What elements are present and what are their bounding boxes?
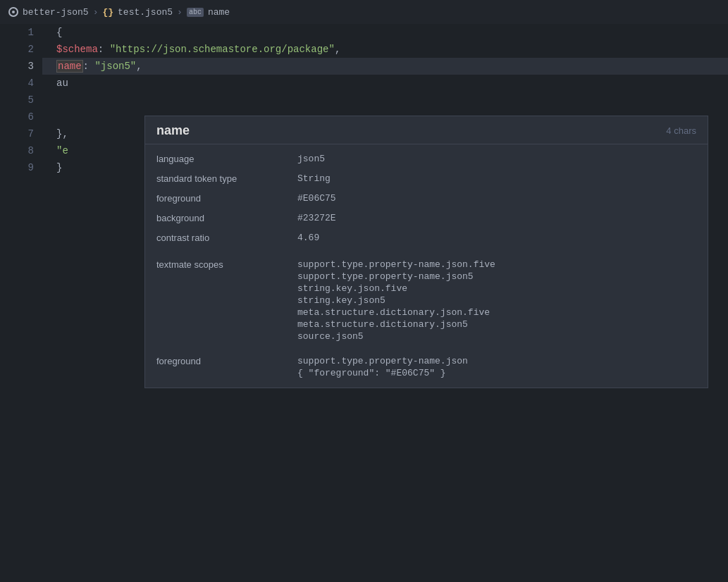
- file-icon: [8, 7, 18, 17]
- scope-3: string.key.json.five: [297, 283, 495, 294]
- line-number-5: 5: [0, 92, 34, 109]
- scope-1: support.type.property-name.json.five: [297, 259, 495, 270]
- tooltip-label-token-type: standard token type: [156, 173, 297, 184]
- tooltip-row-foreground: foreground #E06C75: [145, 190, 708, 209]
- code-area: { $schema: "https://json.schemastore.org…: [42, 24, 728, 582]
- line-number-1: 1: [0, 24, 34, 41]
- scope-2: support.type.property-name.json5: [297, 271, 495, 282]
- code-token: ,: [335, 44, 340, 55]
- tooltip-value-token-type: String: [297, 173, 331, 184]
- code-token: au: [56, 78, 68, 89]
- code-token: :: [83, 61, 95, 72]
- line-number-7: 7: [0, 125, 34, 142]
- code-line-5: [42, 92, 728, 109]
- tooltip-label-contrast: contrast ratio: [156, 233, 297, 243]
- tooltip-label-textmate: textmate scopes: [156, 259, 297, 270]
- tooltip-body: language json5 standard token type Strin…: [145, 144, 708, 388]
- tooltip-row-contrast: contrast ratio 4.69: [145, 229, 708, 249]
- code-token: $schema: [56, 44, 98, 55]
- editor-area: 1 2 3 4 5 6 7 8 9 { $schema: "https://js…: [0, 24, 728, 582]
- abc-icon: abc: [187, 8, 204, 17]
- tooltip-value-foreground: #E06C75: [297, 193, 336, 204]
- tooltip-value-language: json5: [297, 154, 325, 164]
- code-line-2: $schema: "https://json.schemastore.org/p…: [42, 41, 728, 58]
- code-line-4: au: [42, 75, 728, 92]
- scope-5: meta.structure.dictionary.json.five: [297, 307, 495, 318]
- breadcrumb-extension: better-json5: [23, 7, 89, 18]
- tooltip-row-language: language json5: [145, 150, 708, 170]
- tooltip-row-token-type: standard token type String: [145, 170, 708, 190]
- tooltip-value-textmate: support.type.property-name.json.five sup…: [297, 259, 495, 342]
- code-token: },: [56, 128, 68, 140]
- tooltip-header: name 4 chars: [145, 116, 708, 144]
- code-token: "json5": [94, 61, 136, 72]
- tooltip-label-background: background: [156, 213, 297, 223]
- curly-icon: {}: [102, 7, 113, 18]
- code-line-3: name: "json5",: [42, 58, 728, 75]
- code-token: "https://json.schemastore.org/package": [110, 44, 335, 55]
- line-numbers: 1 2 3 4 5 6 7 8 9: [0, 24, 42, 582]
- line-number-6: 6: [0, 109, 34, 125]
- foreground-scope: support.type.property-name.json: [297, 356, 468, 366]
- tooltip-label-language: language: [156, 154, 297, 164]
- tooltip-chars: 4 chars: [666, 125, 696, 136]
- tooltip-title: name: [156, 123, 190, 138]
- breadcrumb-bar: better-json5 › {} test.json5 › abc name: [0, 0, 728, 24]
- tooltip-panel: name 4 chars language json5 standard tok…: [144, 116, 708, 388]
- tooltip-row-foreground2: foreground support.type.property-name.js…: [145, 352, 708, 382]
- line-number-9: 9: [0, 159, 34, 176]
- tooltip-spacer-1: [145, 249, 708, 256]
- line-number-4: 4: [0, 75, 34, 92]
- code-token-name: name: [56, 60, 83, 73]
- tooltip-row-textmate: textmate scopes support.type.property-na…: [145, 256, 708, 345]
- code-token: }: [56, 162, 62, 173]
- scope-4: string.key.json5: [297, 295, 495, 306]
- line-number-2: 2: [0, 41, 34, 58]
- tooltip-label-foreground: foreground: [156, 193, 297, 204]
- line-number-8: 8: [0, 142, 34, 159]
- tooltip-value-background: #23272E: [297, 213, 336, 223]
- breadcrumb-sep-1: ›: [93, 7, 99, 18]
- code-token: "e: [56, 145, 68, 156]
- tooltip-label-foreground2: foreground: [156, 356, 297, 366]
- tooltip-value-foreground2: support.type.property-name.json { "foreg…: [297, 356, 468, 378]
- scope-7: source.json5: [297, 331, 495, 342]
- code-token: ,: [136, 61, 142, 72]
- breadcrumb-symbol: name: [208, 7, 230, 18]
- tooltip-row-background: background #23272E: [145, 209, 708, 229]
- tooltip-spacer-2: [145, 345, 708, 352]
- line-number-3: 3: [0, 58, 34, 75]
- code-line-1: {: [42, 24, 728, 41]
- scope-6: meta.structure.dictionary.json5: [297, 319, 495, 330]
- tooltip-value-contrast: 4.69: [297, 233, 319, 243]
- foreground-value: { "foreground": "#E06C75" }: [297, 368, 468, 378]
- code-token: :: [98, 44, 110, 55]
- breadcrumb-sep-2: ›: [177, 7, 183, 18]
- breadcrumb-filename: test.json5: [118, 7, 173, 18]
- code-token: {: [56, 27, 62, 38]
